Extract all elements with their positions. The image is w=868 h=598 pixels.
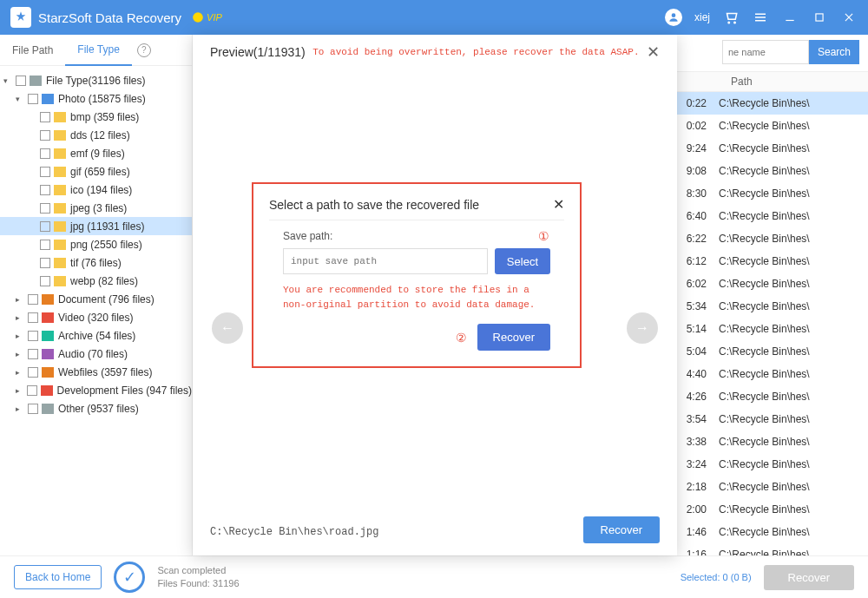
titlebar: StarzSoft Data Recovery VIP xiej [0,0,868,35]
preview-prev-button[interactable]: ← [212,312,243,344]
close-icon[interactable] [840,9,858,26]
tree-item[interactable]: webp (82 files) [0,272,192,290]
tree-item[interactable]: ico (194 files) [0,181,192,199]
help-icon[interactable]: ? [137,43,151,57]
selected-text: Selected: 0 (0 B) [681,572,752,582]
app-title: StarzSoft Data Recovery [38,10,181,25]
tree-item[interactable]: ▸Audio (70 files) [0,345,192,363]
tab-file-path[interactable]: File Path [0,35,65,66]
tree-item[interactable]: ▾File Type(31196 files) [0,71,192,89]
scan-complete-icon: ✓ [114,562,145,593]
svg-point-0 [193,12,203,23]
recover-footer-button[interactable]: Recover [764,565,854,590]
tree-item[interactable]: ▸Other (9537 files) [0,399,192,417]
preview-file-path: C:\Recycle Bin\hes\road.jpg [210,526,378,538]
user-avatar-icon[interactable] [665,9,682,26]
user-name: xiej [694,11,710,23]
tree-item[interactable]: tif (76 files) [0,253,192,272]
app-logo [10,7,31,28]
step-badge-2: ② [455,331,469,345]
search-button[interactable]: Search [809,40,859,64]
save-path-input[interactable] [283,248,488,274]
tree-item[interactable]: ▸Archive (54 files) [0,326,192,345]
tab-file-type[interactable]: File Type [65,35,131,66]
tree-item[interactable]: bmp (359 files) [0,108,192,126]
minimize-icon[interactable] [781,9,799,26]
back-home-button[interactable]: Back to Home [14,565,102,589]
tree-item[interactable]: jpeg (3 files) [0,199,192,217]
col-path: Path [731,76,753,88]
tree-item[interactable]: ▾Photo (15875 files) [0,89,192,108]
select-path-button[interactable]: Select [495,248,550,274]
cart-icon[interactable] [722,9,740,26]
tree-item[interactable]: gif (659 files) [0,162,192,181]
svg-rect-8 [816,14,823,21]
preview-warning: To avoid being overwritten, please recov… [306,47,647,57]
file-type-tree: ▾File Type(31196 files)▾Photo (15875 fil… [0,66,192,423]
footer: Back to Home ✓ Scan completedFiles Found… [0,555,868,598]
dialog-close-icon[interactable]: ✕ [553,196,564,213]
save-path-label: Save path: [283,230,332,242]
tree-item[interactable]: ▸Development Files (947 files) [0,381,192,399]
tree-item[interactable]: ▸Webfiles (3597 files) [0,363,192,381]
search-input[interactable] [722,40,809,64]
tree-item[interactable]: emf (9 files) [0,144,192,162]
step-badge-1: ① [536,229,550,243]
svg-point-3 [734,22,736,23]
preview-next-button[interactable]: → [627,312,658,344]
svg-point-2 [728,22,730,23]
preview-recover-button[interactable]: Recover [583,516,660,543]
save-path-dialog: Select a path to save the recovered file… [252,182,582,368]
svg-point-1 [672,13,676,17]
tree-item[interactable]: dds (12 files) [0,126,192,144]
menu-icon[interactable] [752,9,769,26]
tree-item[interactable]: ▸Document (796 files) [0,290,192,308]
tree-item[interactable]: ▸Video (320 files) [0,308,192,326]
dialog-recover-button[interactable]: Recover [477,324,550,351]
preview-title: Preview(1/11931) [210,45,306,59]
dialog-title: Select a path to save the recovered file [269,198,553,212]
tree-item[interactable]: jpg (11931 files) [0,217,192,235]
scan-status: Scan completedFiles Found: 31196 [157,564,239,591]
tree-item[interactable]: png (2550 files) [0,235,192,253]
dialog-note: You are recommended to store the files i… [283,283,550,312]
preview-close-icon[interactable]: ✕ [647,43,660,62]
vip-badge: VIP [192,11,222,23]
maximize-icon[interactable] [811,9,828,26]
sidebar: File Path File Type ? ▾File Type(31196 f… [0,35,193,555]
